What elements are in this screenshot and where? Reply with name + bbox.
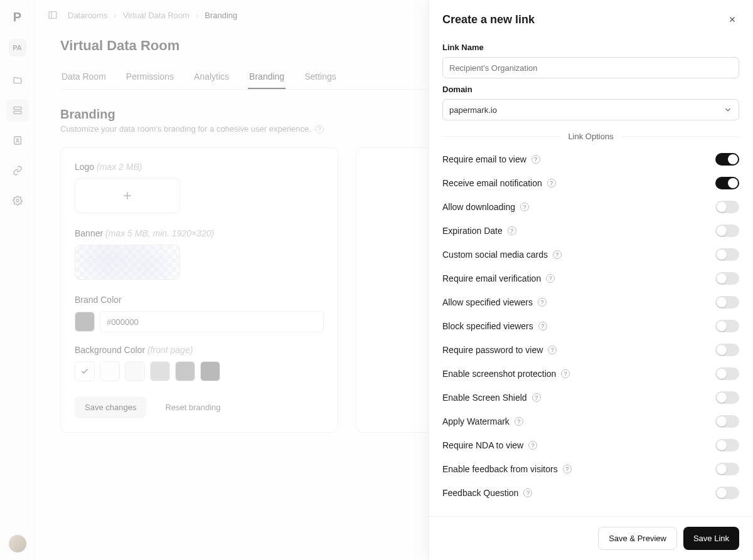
opt-label: Enable screenshot protection <box>442 369 556 379</box>
toggle-screen-shield[interactable] <box>715 391 739 404</box>
toggle-screenshot[interactable] <box>715 367 739 380</box>
domain-select[interactable]: papermark.io <box>442 99 739 120</box>
help-icon[interactable]: ? <box>546 274 555 283</box>
opt-label: Receive email notification <box>442 178 542 188</box>
toggle-password[interactable] <box>715 344 739 356</box>
help-icon[interactable]: ? <box>528 441 537 450</box>
opt-label: Feedback Question <box>442 488 518 498</box>
help-icon[interactable]: ? <box>547 179 556 188</box>
help-icon[interactable]: ? <box>561 369 570 378</box>
opt-label: Block specified viewers <box>442 321 533 331</box>
help-icon[interactable]: ? <box>553 250 562 259</box>
help-icon[interactable]: ? <box>520 203 529 211</box>
opt-label: Expiration Date <box>442 226 503 236</box>
toggle-feedback[interactable] <box>715 463 739 475</box>
link-name-input[interactable] <box>442 57 739 78</box>
toggle-expiration[interactable] <box>715 225 739 237</box>
options-divider: Link Options <box>442 132 739 141</box>
save-preview-button[interactable]: Save & Preview <box>598 527 677 550</box>
help-icon[interactable]: ? <box>531 155 540 164</box>
domain-label: Domain <box>442 85 739 94</box>
toggle-nda[interactable] <box>715 439 739 452</box>
toggle-watermark[interactable] <box>715 415 739 428</box>
help-icon[interactable]: ? <box>523 489 532 497</box>
help-icon[interactable]: ? <box>538 298 547 307</box>
help-icon[interactable]: ? <box>515 417 523 426</box>
drawer-title: Create a new link <box>442 13 535 26</box>
opt-label: Custom social media cards <box>442 250 548 260</box>
opt-label: Allow downloading <box>442 202 515 212</box>
opt-label: Enable feedback from visitors <box>442 464 558 474</box>
opt-label: Require email to view <box>442 154 526 164</box>
help-icon[interactable]: ? <box>538 322 547 330</box>
link-name-label: Link Name <box>442 43 739 52</box>
toggle-email-verify[interactable] <box>715 272 739 285</box>
opt-label: Require email verification <box>442 273 541 283</box>
toggle-allow-viewers[interactable] <box>715 296 739 309</box>
opt-label: Require NDA to view <box>442 440 523 450</box>
toggle-email-notification[interactable] <box>715 177 739 189</box>
toggle-block-viewers[interactable] <box>715 320 739 332</box>
close-icon[interactable] <box>725 13 739 26</box>
opt-label: Allow specified viewers <box>442 297 533 307</box>
opt-label: Require password to view <box>442 345 543 355</box>
save-link-button[interactable]: Save Link <box>683 527 739 550</box>
toggle-feedback-question[interactable] <box>715 487 739 499</box>
toggle-allow-download[interactable] <box>715 201 739 213</box>
toggle-require-email[interactable] <box>715 153 739 166</box>
help-icon[interactable]: ? <box>532 393 541 402</box>
help-icon[interactable]: ? <box>548 346 557 354</box>
create-link-drawer: Create a new link Link Name Domain paper… <box>428 0 753 560</box>
help-icon[interactable]: ? <box>563 465 572 473</box>
chevron-down-icon <box>724 105 732 114</box>
toggle-social-cards[interactable] <box>715 248 739 261</box>
domain-value: papermark.io <box>449 105 497 115</box>
opt-label: Apply Watermark <box>442 416 510 426</box>
help-icon[interactable]: ? <box>508 226 516 235</box>
opt-label: Enable Screen Shield <box>442 393 527 403</box>
